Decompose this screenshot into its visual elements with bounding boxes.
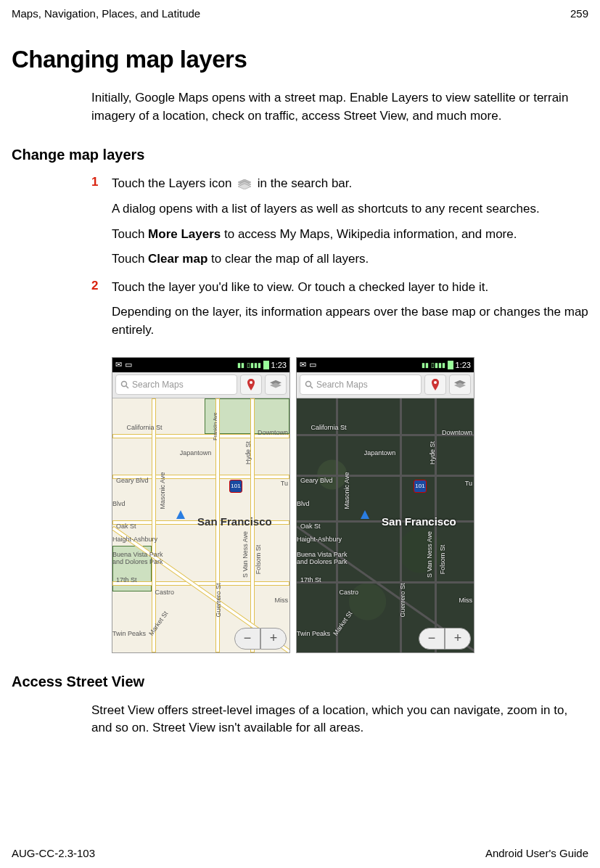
window-icon: ▭ [309,360,316,369]
layers-button[interactable] [265,374,287,395]
layers-icon [454,380,466,390]
map-label: Oak St [116,523,136,530]
map-label: Downtown [258,429,288,436]
street-view-paragraph: Street View offers street-level images o… [91,702,588,737]
screenshot-satellite-map: ✉ ▭ ▮▮ ▯▮▮▮ 1:23 Search Maps [296,357,474,653]
battery-icon [448,361,453,369]
places-button[interactable] [424,374,446,395]
pin-icon [431,379,440,390]
plus-icon: + [270,631,278,646]
status-bar: ✉ ▭ ▮▮ ▯▮▮▮ 1:23 [297,358,474,372]
minus-icon: − [244,631,252,646]
zoom-in-button[interactable]: + [445,628,471,650]
map-label: Folsom St [439,545,446,575]
svg-line-9 [311,386,313,388]
map-label: Haight-Ashbury [112,536,157,543]
pin-icon [247,379,255,390]
map-label: Japantown [364,449,396,456]
page-number: 259 [570,7,588,20]
map-label: Haight-Ashbury [297,536,342,543]
signal-bars-icon: ▯▮▮▮ [247,361,261,369]
map-label: Geary Blvd [300,477,333,484]
map-label: 17th St [116,576,137,584]
signal-icon: ▮▮ [422,361,429,369]
map-label: Japantown [180,449,212,456]
step1-line3: Touch More Layers to access My Maps, Wik… [112,226,588,244]
guide-name: Android User's Guide [485,847,588,859]
map-label: Castro [155,589,175,596]
map-label: Tu [281,480,288,487]
map-toolbar: Search Maps [297,372,474,398]
city-label: San Francisco [197,515,272,528]
step1-line1: Touch the Layers icon in the search bar. [112,175,588,193]
signal-bars-icon: ▯▮▮▮ [431,361,445,369]
map-label: Hyde St [244,441,252,464]
map-label: Market St [147,610,169,636]
step2-line2: Depending on the layer, its information … [112,303,588,339]
step-number-1: 1 [91,175,112,276]
page-title: Changing map layers [12,46,588,73]
screenshot-street-map: ✉ ▭ ▮▮ ▯▮▮▮ 1:23 Search Maps [112,357,290,653]
plus-icon: + [454,631,462,646]
map-label: California St [127,424,163,431]
map-label: S Van Ness Ave [242,531,249,578]
search-icon [305,380,313,389]
layers-button[interactable] [449,374,471,395]
map-label: Guerrero St [215,583,222,617]
map-label: Oak St [300,523,321,530]
section-heading-street-view: Access Street View [12,673,588,690]
places-button[interactable] [240,374,262,395]
chapter-title: Maps, Navigation, Places, and Latitude [12,7,200,20]
layers-icon [238,179,251,189]
svg-line-4 [126,386,128,388]
map-label: Miss [275,597,289,604]
step1-line2: A dialog opens with a list of layers as … [112,200,588,218]
step-number-2: 2 [91,279,112,347]
layers-icon [270,380,281,390]
map-label: Castro [340,589,359,596]
minus-icon: − [428,631,436,646]
mail-icon: ✉ [115,360,122,369]
search-maps-input[interactable]: Search Maps [300,374,422,395]
location-arrow-icon [361,510,369,519]
status-time: 1:23 [271,361,287,369]
map-label: Masonic Ave [159,472,166,509]
map-label: Twin Peaks [297,630,330,637]
map-label: Downtown [442,429,472,436]
location-arrow-icon [176,510,185,519]
step2-line1: Touch the layer you'd like to view. Or t… [112,279,588,297]
map-label: Masonic Ave [343,472,350,509]
map-label: Franklin Ave [213,412,218,440]
status-time: 1:23 [456,361,471,369]
map-canvas-street[interactable]: 101 San Francisco California St Japantow… [112,398,289,652]
map-label: Geary Blvd [116,477,149,484]
map-canvas-satellite[interactable]: 101 San Francisco California St Japantow… [297,398,474,652]
map-label: 17th St [300,576,321,584]
signal-icon: ▮▮ [237,361,244,369]
window-icon: ▭ [125,360,132,369]
svg-point-10 [434,381,437,384]
zoom-out-button[interactable]: − [419,628,445,650]
search-maps-input[interactable]: Search Maps [115,374,237,395]
mail-icon: ✉ [300,360,306,369]
section-heading-change-layers: Change map layers [12,147,588,163]
zoom-out-button[interactable]: − [234,628,260,650]
search-icon [120,380,129,389]
map-label: Twin Peaks [112,630,146,637]
map-label: Blvd [112,500,126,507]
city-label: San Francisco [382,515,456,528]
zoom-in-button[interactable]: + [260,628,287,650]
doc-id: AUG-CC-2.3-103 [12,847,95,859]
step1-line4: Touch Clear map to clear the map of all … [112,250,588,269]
map-label: S Van Ness Ave [426,531,433,578]
map-label: Buena Vista Park and Dolores Park [297,551,348,565]
map-label: Buena Vista Park and Dolores Park [112,551,163,565]
map-label: Guerrero St [399,583,406,617]
map-label: California St [311,424,347,431]
map-toolbar: Search Maps [112,372,289,398]
highway-shield: 101 [414,480,427,493]
map-label: Miss [459,597,473,604]
svg-point-8 [306,382,311,387]
svg-point-5 [250,381,252,384]
svg-point-3 [122,382,127,387]
